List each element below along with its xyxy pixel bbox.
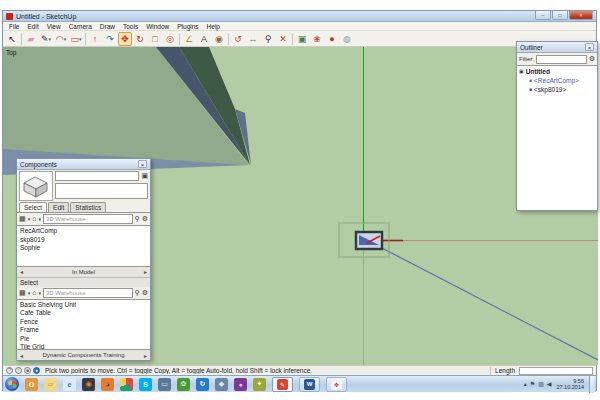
explorer-icon[interactable]: ▱ <box>44 378 57 391</box>
sketchup-task-button[interactable]: ✎ <box>272 377 293 392</box>
nav-next-icon[interactable]: ▸ <box>144 268 147 275</box>
chrome-icon[interactable]: ● <box>120 378 133 391</box>
push-pull-tool[interactable]: ↑ <box>88 32 102 46</box>
component-list-item[interactable]: Frame <box>17 326 150 335</box>
components-tab[interactable]: Statistics <box>70 202 106 212</box>
extension-icon-1[interactable]: ● <box>325 32 339 46</box>
help-icon[interactable]: ? <box>6 367 13 374</box>
home-icon[interactable]: ⌂ <box>32 214 36 224</box>
menu-item[interactable]: View <box>43 22 65 31</box>
pan-tool[interactable]: ↔ <box>246 32 260 46</box>
outliner-item[interactable]: ■ <skp8019> <box>519 85 595 94</box>
text-tool[interactable]: A <box>197 32 211 46</box>
orbit-tool[interactable]: ↺ <box>231 32 245 46</box>
components-search-input[interactable] <box>43 214 133 224</box>
separator[interactable] <box>227 33 230 45</box>
rotate-tool[interactable]: ↻ <box>133 32 147 46</box>
selected-component[interactable] <box>356 232 382 249</box>
select-tool[interactable]: ↖ <box>5 32 19 46</box>
remote-desktop-icon[interactable]: ▭ <box>158 378 171 391</box>
filter-details-icon[interactable]: ⚙ <box>589 54 595 64</box>
chevron-down-icon[interactable]: ▾ <box>38 216 41 222</box>
close-icon[interactable]: × <box>138 160 147 168</box>
zoom-tool[interactable]: ⚲ <box>261 32 275 46</box>
measurement-input[interactable] <box>519 367 593 375</box>
nav-next-icon[interactable]: ▸ <box>144 352 147 359</box>
info-icon[interactable]: i <box>15 367 22 374</box>
separator[interactable] <box>291 33 294 45</box>
green-app-icon[interactable]: ✿ <box>177 378 190 391</box>
volume-icon[interactable]: ◀ <box>547 381 552 387</box>
restore-button[interactable]: □ <box>552 11 568 20</box>
separator[interactable] <box>20 33 23 45</box>
taskbar-clock[interactable]: 9:56 27.10.2014 <box>556 378 584 391</box>
close-icon[interactable]: × <box>585 43 594 51</box>
zoom-extents-tool[interactable]: ✕ <box>276 32 290 46</box>
menu-item[interactable]: Help <box>203 22 224 31</box>
offset-tool[interactable]: ◎ <box>163 32 177 46</box>
tape-measure-tool[interactable]: ∠ <box>182 32 196 46</box>
purple-app-icon[interactable]: ● <box>234 378 247 391</box>
component-list-item[interactable]: Cafe Table <box>17 309 150 318</box>
component-description-field[interactable] <box>55 183 148 199</box>
menu-item[interactable]: Plugins <box>173 22 202 31</box>
skype-icon[interactable]: S <box>139 378 152 391</box>
arc-tool[interactable]: ◠ <box>54 32 68 46</box>
cube-app-icon[interactable]: ◆ <box>215 378 228 391</box>
home-icon[interactable]: ⌂ <box>32 288 36 298</box>
view-options-icon[interactable]: ▦ <box>19 214 26 224</box>
network-icon[interactable]: ▥ <box>538 381 544 387</box>
show-desktop-button[interactable] <box>589 376 594 393</box>
options-gear-icon[interactable]: ⚙ <box>142 288 148 298</box>
menu-item[interactable]: Tools <box>119 22 142 31</box>
sync-app-icon[interactable]: ↻ <box>196 378 209 391</box>
component-list-item[interactable]: RecArtComp <box>17 227 150 236</box>
components-tab[interactable]: Edit <box>48 202 69 212</box>
menu-item[interactable]: File <box>5 22 23 31</box>
search-icon[interactable]: ⚲ <box>135 214 140 224</box>
get-models-icon[interactable]: ▣ <box>295 32 309 46</box>
components-panel-titlebar[interactable]: Components × <box>17 159 150 170</box>
filter-input[interactable] <box>536 55 587 64</box>
separator[interactable] <box>178 33 181 45</box>
follow-me-tool[interactable]: ↷ <box>103 32 117 46</box>
share-model-icon[interactable]: ❀ <box>310 32 324 46</box>
search-icon[interactable]: ⚲ <box>135 288 140 298</box>
outliner-item[interactable]: ■ <RecArtComp> <box>519 76 595 85</box>
close-button[interactable]: × <box>569 11 593 20</box>
component-list-item[interactable]: Pie <box>17 335 150 344</box>
internet-explorer-icon[interactable]: e <box>63 378 76 391</box>
hidden-icons-chevron[interactable]: ▴ <box>524 381 527 387</box>
component-list-item[interactable]: Fence <box>17 318 150 327</box>
view-options-icon[interactable]: ▦ <box>19 288 26 298</box>
options-gear-icon[interactable]: ⚙ <box>142 214 148 224</box>
components-tab[interactable]: Select <box>19 202 47 212</box>
outlook-icon[interactable]: O <box>25 378 38 391</box>
word-task-button[interactable]: W <box>299 377 320 392</box>
minimize-button[interactable]: – <box>535 11 551 20</box>
menu-item[interactable]: Window <box>142 22 173 31</box>
separator[interactable] <box>84 33 87 45</box>
chevron-down-icon[interactable]: ▾ <box>28 290 31 296</box>
user-icon[interactable]: ☻ <box>24 367 31 374</box>
green-tool-icon[interactable]: ✦ <box>253 378 266 391</box>
start-button[interactable] <box>5 377 19 391</box>
scale-tool[interactable]: □ <box>148 32 162 46</box>
move-tool[interactable]: ✥ <box>118 32 132 46</box>
component-list-item[interactable]: Sophie <box>17 244 150 253</box>
outliner-root-item[interactable]: ▣ Untitled <box>519 67 595 76</box>
action-center-icon[interactable]: ⚑ <box>530 381 535 387</box>
extension-icon-2[interactable]: ◍ <box>340 32 354 46</box>
geo-icon[interactable]: ● <box>33 367 40 374</box>
outliner-panel-titlebar[interactable]: Outliner × <box>517 42 597 53</box>
menu-item[interactable]: Draw <box>96 22 119 31</box>
firefox-icon[interactable]: ◕ <box>101 378 114 391</box>
component-list-item[interactable]: Tile Grid <box>17 343 150 350</box>
secondary-pane-icon[interactable]: ▣ <box>141 171 148 181</box>
components-secondary-search-input[interactable] <box>43 288 133 298</box>
rectangle-tool[interactable]: ▭ <box>69 32 83 46</box>
eraser-tool[interactable]: ▰ <box>24 32 38 46</box>
move-app-task-button[interactable]: ✥ <box>326 377 347 392</box>
paint-bucket-tool[interactable]: ◉ <box>212 32 226 46</box>
media-player-icon[interactable]: ◉ <box>82 378 95 391</box>
